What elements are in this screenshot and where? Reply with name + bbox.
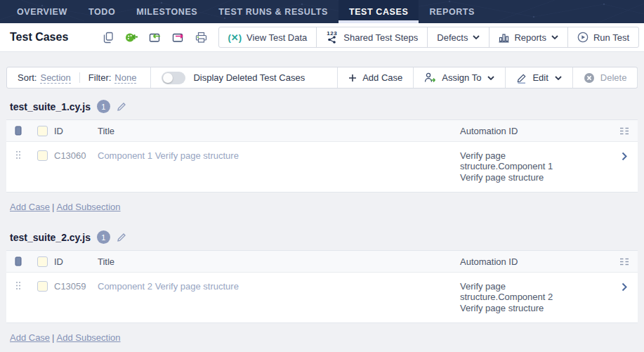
case-count-badge: 1 xyxy=(97,230,110,244)
add-subsection-link[interactable]: Add Subsection xyxy=(56,202,120,212)
reports-label: Reports xyxy=(514,32,546,43)
nav-tab-overview[interactable]: OVERVIEW xyxy=(6,0,78,23)
col-header-title: Title xyxy=(98,126,460,136)
sort-filter-segment: Sort: Section Filter: None xyxy=(7,67,150,88)
col-header-id: ID xyxy=(54,126,98,136)
toggle-knob xyxy=(163,73,173,83)
sort-value[interactable]: Section xyxy=(40,72,70,84)
column-settings-icon[interactable] xyxy=(611,257,638,266)
select-all-checkbox[interactable] xyxy=(30,256,54,267)
filter-label: Filter: xyxy=(88,72,112,83)
automation-id-value: Verify page structure.Component 1 Verify… xyxy=(460,150,572,183)
reports-dropdown[interactable]: Reports xyxy=(489,27,567,47)
nav-tab-test-cases[interactable]: TEST CASES xyxy=(339,0,419,23)
run-test-button[interactable]: Run Test xyxy=(567,27,638,47)
drag-handle[interactable] xyxy=(6,281,30,290)
edit-dropdown[interactable]: Edit xyxy=(505,67,572,88)
add-case-link[interactable]: Add Case xyxy=(10,202,50,212)
chevron-right-icon xyxy=(622,282,627,292)
cases-table-2: ID Title Automation ID C13059 Component … xyxy=(6,250,638,323)
chevron-down-icon xyxy=(551,35,558,39)
shared-test-steps-button[interactable]: 123 Shared Test Steps xyxy=(316,27,427,47)
col-header-automation-id: Automation ID xyxy=(460,126,611,136)
chevron-down-icon xyxy=(473,35,480,39)
test-data-icon: (✕) xyxy=(228,32,242,43)
col-header-automation-id: Automation ID xyxy=(460,256,611,267)
case-count-badge: 1 xyxy=(97,100,110,113)
import-cases-icon[interactable] xyxy=(124,29,140,46)
add-case-link[interactable]: Add Case xyxy=(10,332,50,343)
state-column-icon xyxy=(6,126,30,136)
select-all-checkbox[interactable] xyxy=(30,126,54,136)
defects-dropdown[interactable]: Defects xyxy=(427,27,489,47)
drag-handle[interactable] xyxy=(6,150,30,159)
print-icon[interactable] xyxy=(193,29,210,46)
add-subsection-link[interactable]: Add Subsection xyxy=(56,332,120,343)
chevron-right-icon xyxy=(622,152,627,161)
edit-label: Edit xyxy=(532,72,548,83)
filter-value[interactable]: None xyxy=(114,72,136,84)
assign-to-dropdown[interactable]: Assign To xyxy=(413,67,505,88)
view-test-data-button[interactable]: (✕) View Test Data xyxy=(219,27,317,47)
nav-tab-milestones[interactable]: MILESTONES xyxy=(126,0,208,23)
toolbar-icon-buttons xyxy=(100,29,210,46)
page-title: Test Cases xyxy=(10,31,68,44)
table-header-row: ID Title Automation ID xyxy=(6,120,638,142)
export-icon[interactable] xyxy=(170,29,187,46)
nav-tab-reports[interactable]: REPORTS xyxy=(419,0,485,23)
columns-button[interactable]: Columns xyxy=(637,67,644,88)
table-row: C13060 Component 1 Verify page structure… xyxy=(6,142,638,192)
main-toolbar: Test Cases (✕) View Test Data xyxy=(0,23,644,52)
table-row: C13059 Component 2 Verify page structure… xyxy=(6,273,638,322)
copy-icon[interactable] xyxy=(100,29,117,46)
section-name: test_suite_2.cy.js xyxy=(10,232,91,243)
section-name: test_suite_1.cy.js xyxy=(10,101,91,112)
row-checkbox[interactable] xyxy=(30,281,54,292)
table-header-row: ID Title Automation ID xyxy=(6,251,638,273)
open-case-chevron[interactable] xyxy=(611,281,638,292)
edit-section-icon[interactable] xyxy=(117,232,127,242)
open-case-chevron[interactable] xyxy=(611,150,638,161)
delete-icon xyxy=(584,72,595,84)
edit-section-icon[interactable] xyxy=(117,101,127,112)
column-settings-icon[interactable] xyxy=(611,126,638,136)
delete-button[interactable]: Delete xyxy=(572,67,638,88)
chevron-down-icon xyxy=(487,76,494,80)
assign-user-icon xyxy=(424,72,436,83)
shared-test-steps-label: Shared Test Steps xyxy=(343,32,418,43)
case-id: C13060 xyxy=(54,150,98,161)
row-checkbox[interactable] xyxy=(30,150,54,161)
section-header-2: test_suite_2.cy.js 1 xyxy=(10,230,644,244)
sort-label: Sort: xyxy=(18,72,37,83)
assign-to-label: Assign To xyxy=(442,72,481,83)
cases-table-1: ID Title Automation ID C13060 Component … xyxy=(6,119,638,193)
case-title-link[interactable]: Component 1 Verify page structure xyxy=(98,150,239,161)
section-footer-links-2: Add Case|Add Subsection xyxy=(10,332,644,343)
case-id: C13059 xyxy=(54,281,98,292)
state-column-icon xyxy=(6,256,30,266)
display-deleted-toggle[interactable] xyxy=(162,72,185,84)
chevron-down-icon xyxy=(555,76,562,80)
view-test-data-label: View Test Data xyxy=(247,32,307,43)
plus-icon xyxy=(348,74,357,82)
add-case-label: Add Case xyxy=(362,72,402,83)
testrail-test-cases-page: OVERVIEW TODO MILESTONES TEST RUNS & RES… xyxy=(0,0,644,352)
col-header-title: Title xyxy=(98,256,460,267)
edit-pencil-icon xyxy=(516,72,527,84)
col-header-id: ID xyxy=(54,256,98,267)
run-test-label: Run Test xyxy=(593,32,629,43)
automation-id-value: Verify page structure.Component 2 Verify… xyxy=(460,281,572,313)
add-case-button[interactable]: Add Case xyxy=(337,67,413,88)
divider xyxy=(79,72,80,83)
nav-tab-test-runs-results[interactable]: TEST RUNS & RESULTS xyxy=(208,0,339,23)
section-footer-links-1: Add Case|Add Subsection xyxy=(10,202,644,212)
defects-label: Defects xyxy=(437,32,468,43)
section-header-1: test_suite_1.cy.js 1 xyxy=(10,100,644,113)
delete-label: Delete xyxy=(600,72,627,83)
case-title-link[interactable]: Component 2 Verify page structure xyxy=(98,281,239,292)
filter-actions-bar: Sort: Section Filter: None Display Delet… xyxy=(6,67,638,89)
link-separator: | xyxy=(52,202,54,212)
nav-tab-todo[interactable]: TODO xyxy=(78,0,126,23)
import-icon[interactable] xyxy=(147,29,164,46)
play-icon xyxy=(577,32,589,43)
